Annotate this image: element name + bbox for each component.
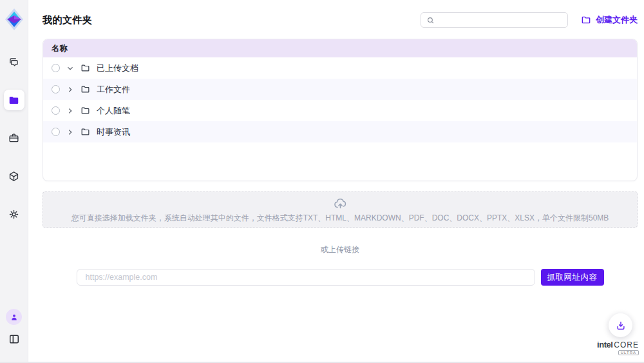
table-header-name: 名称 bbox=[43, 39, 637, 57]
intel-core-logo: intel core ultra bbox=[597, 340, 639, 355]
intel-core-wordmark: intel core bbox=[597, 340, 639, 349]
panel-toggle-button[interactable] bbox=[7, 332, 21, 346]
folder-icon bbox=[8, 94, 20, 106]
search-box[interactable] bbox=[421, 12, 568, 28]
folder-outline-icon bbox=[80, 84, 90, 95]
folder-outline-icon bbox=[80, 127, 90, 137]
folder-row[interactable]: 工作文件 bbox=[43, 79, 637, 100]
gear-icon bbox=[8, 208, 20, 221]
upload-dropzone[interactable]: 您可直接选择加载文件夹，系统自动处理其中的文件，文件格式支持TXT、HTML、M… bbox=[43, 191, 638, 228]
folder-name: 已上传文档 bbox=[97, 63, 138, 74]
or-upload-link-label: 或上传链接 bbox=[43, 244, 638, 255]
chevron-right-icon[interactable] bbox=[65, 84, 75, 94]
row-checkbox[interactable] bbox=[52, 128, 60, 136]
briefcase-icon bbox=[8, 132, 20, 144]
row-checkbox[interactable] bbox=[52, 85, 60, 93]
folder-outline-icon bbox=[80, 106, 90, 116]
download-fab-button[interactable] bbox=[609, 313, 632, 337]
folder-row[interactable]: 已上传文档 bbox=[43, 57, 637, 79]
row-checkbox[interactable] bbox=[52, 64, 60, 72]
header-actions: 创建文件夹 bbox=[421, 12, 638, 28]
intel-ultra-badge: ultra bbox=[618, 350, 639, 355]
chevron-right-icon[interactable] bbox=[65, 127, 75, 137]
row-checkbox[interactable] bbox=[52, 106, 60, 115]
folder-row[interactable]: 时事资讯 bbox=[43, 121, 637, 142]
folder-name: 个人随笔 bbox=[97, 105, 130, 117]
sidebar-item-folders[interactable] bbox=[4, 90, 24, 110]
url-upload-row: 抓取网址内容 bbox=[43, 269, 638, 286]
main-content: 我的文件夹 创建文件夹 名称 bbox=[28, 0, 644, 362]
app-logo bbox=[3, 6, 25, 32]
sidebar-item-workspace[interactable] bbox=[4, 128, 24, 148]
create-folder-icon bbox=[581, 15, 591, 25]
sidebar-nav bbox=[4, 52, 24, 224]
folder-name: 工作文件 bbox=[97, 84, 130, 95]
cloud-upload-icon bbox=[333, 196, 348, 211]
chevron-right-icon[interactable] bbox=[65, 106, 75, 115]
sidebar-item-models[interactable] bbox=[4, 166, 24, 186]
chevron-down-icon[interactable] bbox=[65, 63, 75, 73]
fetch-url-button[interactable]: 抓取网址内容 bbox=[541, 269, 604, 286]
url-input[interactable] bbox=[77, 269, 535, 286]
download-icon bbox=[615, 320, 627, 331]
sidebar bbox=[0, 0, 28, 362]
folder-table: 名称 已上传文档 工作文件 bbox=[43, 39, 638, 181]
create-folder-button[interactable]: 创建文件夹 bbox=[581, 14, 638, 26]
panel-toggle-icon bbox=[8, 333, 21, 346]
page-header: 我的文件夹 创建文件夹 bbox=[43, 12, 638, 28]
search-input[interactable] bbox=[439, 15, 562, 25]
folder-name: 时事资讯 bbox=[97, 126, 130, 138]
avatar[interactable] bbox=[6, 309, 22, 325]
dropzone-hint-text: 您可直接选择加载文件夹，系统自动处理其中的文件，文件格式支持TXT、HTML、M… bbox=[71, 213, 609, 224]
create-folder-label: 创建文件夹 bbox=[596, 14, 638, 26]
folder-row[interactable]: 个人随笔 bbox=[43, 100, 637, 121]
sidebar-item-chat[interactable] bbox=[4, 52, 24, 72]
app-window: 我的文件夹 创建文件夹 名称 bbox=[0, 0, 644, 363]
intel-word: intel bbox=[597, 340, 612, 349]
sidebar-item-settings[interactable] bbox=[4, 204, 24, 224]
page-title: 我的文件夹 bbox=[43, 14, 93, 26]
cube-icon bbox=[8, 170, 20, 182]
diamond-logo-icon bbox=[4, 7, 24, 32]
folder-outline-icon bbox=[80, 63, 90, 74]
core-word: core bbox=[614, 340, 639, 349]
sidebar-bottom bbox=[6, 309, 22, 346]
user-icon bbox=[10, 313, 19, 322]
search-icon bbox=[426, 16, 435, 25]
chat-icon bbox=[8, 56, 20, 68]
